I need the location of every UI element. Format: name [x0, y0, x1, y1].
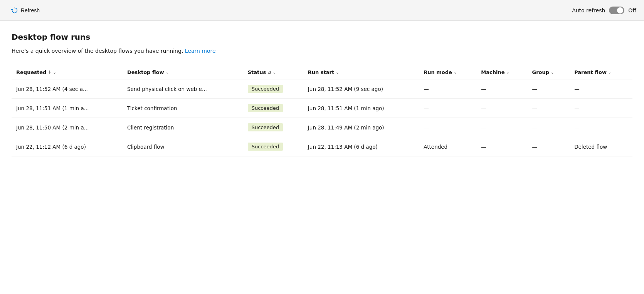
page-title: Desktop flow runs [12, 32, 632, 42]
sort-down-icon: ↓ [48, 70, 51, 75]
cell-group: — [528, 79, 570, 99]
cell-group: — [528, 99, 570, 118]
cell-machine: — [476, 79, 527, 99]
main-content: Desktop flow runs Here's a quick overvie… [0, 21, 644, 294]
cell-parent-flow: — [570, 79, 632, 99]
table-header-row: Requested ↓ ⌄ Desktop flow ⌄ Status ⊿ [12, 66, 632, 79]
chevron-group-icon: ⌄ [551, 70, 554, 74]
col-machine-label: Machine [481, 69, 504, 75]
chevron-machine-icon: ⌄ [506, 70, 509, 74]
refresh-button[interactable]: Refresh [8, 5, 43, 15]
filter-status-icon: ⊿ [267, 70, 271, 75]
chevron-parent-flow-icon: ⌄ [608, 70, 611, 74]
cell-run-start: Jun 22, 11:13 AM (6 d ago) [303, 137, 419, 156]
col-run-mode-label: Run mode [424, 69, 452, 75]
cell-parent-flow: — [570, 99, 632, 118]
col-run-start-label: Run start [308, 69, 334, 75]
table-row[interactable]: Jun 28, 11:50 AM (2 min a...Client regis… [12, 118, 632, 137]
flow-runs-table: Requested ↓ ⌄ Desktop flow ⌄ Status ⊿ [12, 66, 632, 156]
cell-requested: Jun 28, 11:51 AM (1 min a... [12, 99, 123, 118]
col-header-desktop-flow[interactable]: Desktop flow ⌄ [123, 66, 243, 79]
auto-refresh-toggle[interactable] [609, 7, 624, 14]
cell-requested: Jun 28, 11:50 AM (2 min a... [12, 118, 123, 137]
cell-run-mode: — [419, 79, 476, 99]
auto-refresh-area: Auto refresh Off [572, 7, 636, 14]
cell-status: Succeeded [243, 137, 303, 156]
cell-status: Succeeded [243, 99, 303, 118]
chevron-status-icon: ⌄ [272, 70, 276, 74]
cell-desktop-flow: Ticket confirmation [123, 99, 243, 118]
col-header-group[interactable]: Group ⌄ [528, 66, 570, 79]
col-header-status[interactable]: Status ⊿ ⌄ [243, 66, 303, 79]
cell-desktop-flow: Clipboard flow [123, 137, 243, 156]
cell-run-start: Jun 28, 11:51 AM (1 min ago) [303, 99, 419, 118]
col-header-parent-flow[interactable]: Parent flow ⌄ [570, 66, 632, 79]
chevron-requested-icon: ⌄ [53, 70, 56, 74]
refresh-icon [11, 7, 18, 14]
cell-status: Succeeded [243, 79, 303, 99]
cell-desktop-flow: Client registration [123, 118, 243, 137]
status-badge: Succeeded [248, 143, 283, 151]
cell-requested: Jun 28, 11:52 AM (4 sec a... [12, 79, 123, 99]
col-header-requested[interactable]: Requested ↓ ⌄ [12, 66, 123, 79]
cell-machine: — [476, 118, 527, 137]
auto-refresh-label: Auto refresh [572, 7, 605, 13]
col-requested-label: Requested [16, 69, 46, 75]
cell-parent-flow: Deleted flow [570, 137, 632, 156]
cell-run-mode: — [419, 118, 476, 137]
page-description: Here's a quick overview of the desktop f… [12, 48, 632, 54]
chevron-desktop-flow-icon: ⌄ [165, 70, 168, 74]
cell-requested: Jun 22, 11:12 AM (6 d ago) [12, 137, 123, 156]
chevron-run-mode-icon: ⌄ [454, 70, 457, 74]
col-group-label: Group [532, 69, 550, 75]
cell-parent-flow: — [570, 118, 632, 137]
cell-machine: — [476, 137, 527, 156]
status-badge: Succeeded [248, 104, 283, 112]
status-badge: Succeeded [248, 85, 283, 93]
cell-run-start: Jun 28, 11:52 AM (9 sec ago) [303, 79, 419, 99]
cell-run-mode: Attended [419, 137, 476, 156]
top-bar: Refresh Auto refresh Off [0, 0, 644, 21]
toggle-state-label: Off [628, 7, 636, 13]
col-status-label: Status [248, 69, 266, 75]
description-text: Here's a quick overview of the desktop f… [12, 48, 183, 54]
cell-group: — [528, 137, 570, 156]
cell-desktop-flow: Send physical click on web e... [123, 79, 243, 99]
col-header-run-mode[interactable]: Run mode ⌄ [419, 66, 476, 79]
table-row[interactable]: Jun 22, 11:12 AM (6 d ago)Clipboard flow… [12, 137, 632, 156]
chevron-run-start-icon: ⌄ [336, 70, 339, 74]
cell-machine: — [476, 99, 527, 118]
cell-run-mode: — [419, 99, 476, 118]
cell-status: Succeeded [243, 118, 303, 137]
learn-more-link[interactable]: Learn more [185, 48, 216, 54]
col-header-machine[interactable]: Machine ⌄ [476, 66, 527, 79]
col-parent-flow-label: Parent flow [574, 69, 607, 75]
refresh-label: Refresh [21, 7, 40, 13]
col-header-run-start[interactable]: Run start ⌄ [303, 66, 419, 79]
col-desktop-flow-label: Desktop flow [127, 69, 164, 75]
cell-run-start: Jun 28, 11:49 AM (2 min ago) [303, 118, 419, 137]
status-badge: Succeeded [248, 123, 283, 131]
cell-group: — [528, 118, 570, 137]
toggle-knob [617, 7, 623, 13]
table-row[interactable]: Jun 28, 11:51 AM (1 min a...Ticket confi… [12, 99, 632, 118]
table-row[interactable]: Jun 28, 11:52 AM (4 sec a...Send physica… [12, 79, 632, 99]
